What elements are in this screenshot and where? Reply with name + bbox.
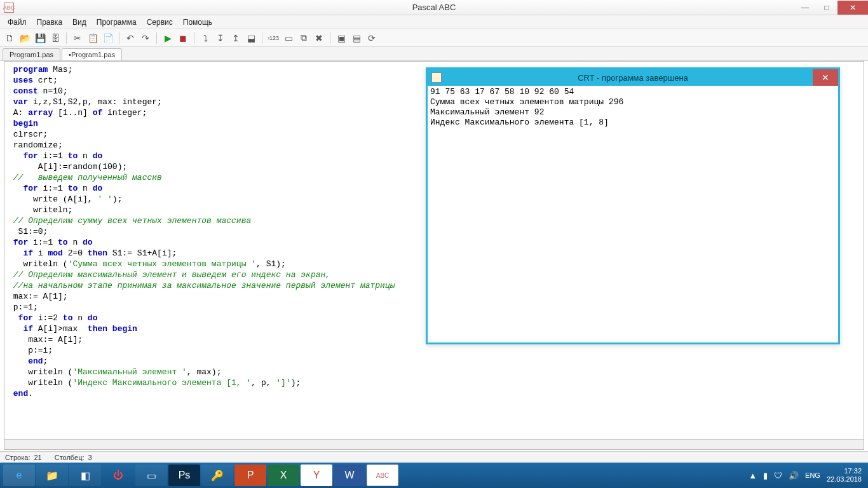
step-out-icon[interactable]: ↥ [229, 31, 243, 45]
windows-icon[interactable]: ⧉ [297, 31, 311, 45]
tray-volume-icon[interactable]: 🔊 [789, 471, 799, 480]
reload-icon[interactable]: ⟳ [365, 31, 379, 45]
crt-titlebar[interactable]: CRT - программа завершена ✕ [428, 69, 838, 86]
code-line[interactable]: writeln ('Индекс Максимального элемента … [8, 377, 860, 388]
code-line[interactable]: end. [8, 388, 860, 399]
system-tray[interactable]: ▲ ▮ 🛡 🔊 ENG 17:32 22.03.2018 [749, 467, 865, 484]
menu-view[interactable]: Вид [67, 17, 92, 28]
tray-network-icon[interactable]: 🛡 [774, 471, 782, 480]
menu-file[interactable]: Файл [3, 17, 32, 28]
tab-program1-dirty[interactable]: •Program1.pas [62, 48, 122, 60]
tray-clock[interactable]: 17:32 22.03.2018 [827, 467, 862, 484]
console-icon[interactable]: ▤ [349, 31, 363, 45]
breakpoint-icon[interactable]: ⬓ [244, 31, 258, 45]
taskbar-app-icon[interactable]: ◧ [69, 464, 101, 486]
window-icon[interactable]: ▭ [281, 31, 295, 45]
new-file-icon[interactable]: 🗋 [3, 31, 17, 45]
taskbar: e 📁 ◧ ⏻ ▭ Ps 🔑 P X Y W ABC ▲ ▮ 🛡 🔊 ENG 1… [0, 463, 868, 488]
status-bar: Строка: 21 Столбец: 3 [0, 451, 868, 463]
step-over-icon[interactable]: ⤵ [198, 31, 212, 45]
tray-battery-icon[interactable]: ▮ [763, 471, 768, 480]
close-button[interactable]: ✕ [837, 1, 868, 15]
tabs: Program1.pas •Program1.pas [0, 47, 868, 61]
crt-close-button[interactable]: ✕ [813, 69, 838, 86]
horizontal-scrollbar[interactable] [4, 439, 864, 449]
copy-icon[interactable]: 📋 [86, 31, 100, 45]
separator [262, 32, 262, 44]
menu-bar: Файл Правка Вид Программа Сервис Помощь [0, 15, 868, 29]
taskbar-powerpoint-icon[interactable]: P [234, 464, 266, 486]
taskbar-explorer-icon[interactable]: 📁 [36, 464, 68, 486]
code-line[interactable]: p:=i; [8, 345, 860, 356]
save-all-icon[interactable]: 🗄 [48, 31, 62, 45]
menu-help[interactable]: Помощь [178, 17, 217, 28]
taskbar-yandex-icon[interactable]: Y [301, 464, 332, 486]
status-col-value: 3 [88, 454, 92, 461]
crt-app-icon [431, 72, 442, 83]
crt-output: 91 75 63 17 67 58 10 92 60 54 Сумма всех… [428, 86, 838, 129]
tray-lang[interactable]: ENG [805, 471, 820, 479]
taskbar-excel-icon[interactable]: X [268, 464, 299, 486]
redo-icon[interactable]: ↷ [139, 31, 153, 45]
tray-time: 17:32 [827, 467, 862, 475]
maximize-button[interactable]: □ [816, 1, 837, 15]
minimize-button[interactable]: — [794, 1, 816, 15]
run-icon[interactable]: ▶ [161, 31, 175, 45]
stop-icon[interactable]: ◼ [176, 31, 190, 45]
taskbar-ie-icon[interactable]: e [3, 464, 35, 486]
taskbar-photoshop-icon[interactable]: Ps [168, 464, 200, 486]
paste-icon[interactable]: 📄 [101, 31, 115, 45]
menu-program[interactable]: Программа [92, 17, 142, 28]
window-title: Pascal ABC [412, 3, 456, 12]
undo-icon[interactable]: ↶ [123, 31, 137, 45]
toolbar: 🗋 📂 💾 🗄 ✂ 📋 📄 ↶ ↷ ▶ ◼ ⤵ ↧ ↥ ⬓ ›123 ▭ ⧉ ✖… [0, 29, 868, 47]
separator [194, 32, 194, 44]
menu-edit[interactable]: Правка [32, 17, 68, 28]
cut-icon[interactable]: ✂ [71, 31, 85, 45]
step-into-icon[interactable]: ↧ [214, 31, 227, 45]
code-line[interactable]: writeln ('Максимальный элемент ', max); [8, 367, 860, 377]
crt-window[interactable]: CRT - программа завершена ✕ 91 75 63 17 … [426, 67, 840, 344]
separator [156, 32, 157, 44]
status-line-value: 21 [34, 454, 41, 461]
tab-program1[interactable]: Program1.pas [3, 48, 60, 60]
crt-title-text: CRT - программа завершена [578, 73, 688, 83]
app-icon: ABC [4, 3, 14, 13]
taskbar-window-icon[interactable]: ▭ [135, 464, 167, 486]
separator [66, 32, 67, 44]
taskbar-power-icon[interactable]: ⏻ [102, 464, 134, 486]
separator [330, 32, 330, 44]
save-icon[interactable]: 💾 [33, 31, 47, 45]
output-icon[interactable]: ▣ [334, 31, 348, 45]
taskbar-key-icon[interactable]: 🔑 [201, 464, 233, 486]
open-file-icon[interactable]: 📂 [18, 31, 32, 45]
separator [119, 32, 119, 44]
tray-flag-icon[interactable]: ▲ [749, 471, 757, 480]
code-line[interactable]: end; [8, 356, 860, 367]
status-col-label: Столбец: [55, 454, 85, 461]
var-watch-icon[interactable]: ›123 [266, 31, 280, 45]
delete-icon[interactable]: ✖ [312, 31, 326, 45]
menu-service[interactable]: Сервис [142, 17, 178, 28]
tray-date: 22.03.2018 [827, 475, 862, 484]
taskbar-word-icon[interactable]: W [334, 464, 365, 486]
status-line-label: Строка: [5, 454, 30, 461]
title-bar: ABC Pascal ABC — □ ✕ [0, 0, 868, 15]
taskbar-pascalabc-icon[interactable]: ABC [367, 464, 398, 486]
